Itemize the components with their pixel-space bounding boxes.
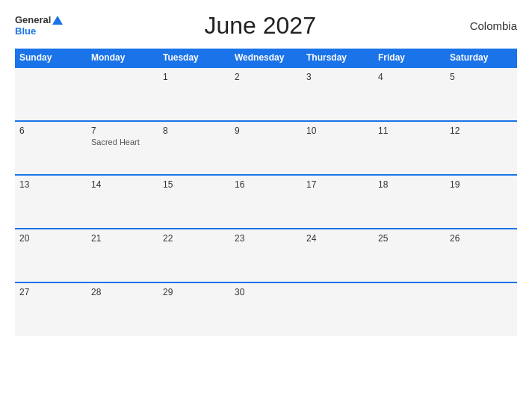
table-row: 20 — [15, 229, 87, 282]
table-row: 30 — [230, 282, 302, 336]
table-row: 2 — [230, 67, 302, 121]
header-friday: Friday — [374, 49, 445, 67]
table-row — [374, 282, 445, 336]
day-number: 10 — [306, 126, 369, 136]
day-number: 23 — [235, 233, 297, 244]
weekday-header-row: Sunday Monday Tuesday Wednesday Thursday… — [15, 49, 517, 67]
day-number: 27 — [19, 287, 82, 297]
day-number: 25 — [378, 233, 441, 244]
calendar-table: Sunday Monday Tuesday Wednesday Thursday… — [15, 49, 517, 336]
table-row — [445, 282, 517, 336]
day-number: 12 — [450, 126, 513, 136]
day-number: 16 — [235, 179, 297, 190]
header-saturday: Saturday — [445, 49, 517, 67]
calendar-week-row: 12345 — [15, 67, 517, 121]
day-number: 20 — [19, 233, 82, 244]
table-row: 16 — [230, 175, 302, 229]
table-row: 27 — [15, 282, 87, 336]
table-row: 3 — [302, 67, 374, 121]
day-number: 11 — [378, 126, 441, 136]
day-number: 14 — [91, 179, 154, 190]
day-number: 28 — [91, 287, 154, 297]
header-monday: Monday — [87, 49, 158, 67]
calendar-week-row: 20212223242526 — [15, 229, 517, 282]
logo: General Blue — [15, 15, 63, 37]
day-number: 3 — [306, 72, 369, 82]
day-number: 29 — [163, 287, 226, 297]
day-number: 1 — [163, 72, 226, 82]
table-row: 24 — [302, 229, 374, 282]
day-number: 15 — [163, 179, 226, 190]
table-row: 22 — [158, 229, 230, 282]
calendar-week-row: 67Sacred Heart89101112 — [15, 121, 517, 175]
event-label: Sacred Heart — [91, 137, 154, 146]
calendar-title: June 2027 — [63, 12, 457, 40]
table-row: 29 — [158, 282, 230, 336]
table-row: 21 — [87, 229, 158, 282]
day-number: 17 — [306, 179, 369, 190]
day-number: 22 — [163, 233, 226, 244]
calendar-header: General Blue June 2027 Colombia — [15, 12, 517, 40]
day-number: 19 — [450, 179, 513, 190]
table-row: 10 — [302, 121, 374, 175]
table-row — [302, 282, 374, 336]
day-number: 6 — [19, 126, 82, 136]
table-row: 12 — [445, 121, 517, 175]
table-row: 13 — [15, 175, 87, 229]
table-row: 8 — [158, 121, 230, 175]
table-row: 5 — [445, 67, 517, 121]
table-row: 4 — [374, 67, 445, 121]
header-thursday: Thursday — [302, 49, 374, 67]
logo-triangle-icon — [52, 16, 63, 25]
table-row — [15, 67, 87, 121]
logo-blue-text: Blue — [15, 26, 36, 37]
header-tuesday: Tuesday — [158, 49, 230, 67]
day-number: 5 — [450, 72, 513, 82]
calendar-week-row: 27282930 — [15, 282, 517, 336]
table-row: 18 — [374, 175, 445, 229]
header-sunday: Sunday — [15, 49, 87, 67]
table-row: 26 — [445, 229, 517, 282]
table-row: 17 — [302, 175, 374, 229]
logo-general-text: General — [15, 15, 51, 25]
table-row: 9 — [230, 121, 302, 175]
table-row: 14 — [87, 175, 158, 229]
calendar-container: General Blue June 2027 Colombia Sunday M… — [0, 0, 532, 411]
table-row: 25 — [374, 229, 445, 282]
day-number: 21 — [91, 233, 154, 244]
table-row: 28 — [87, 282, 158, 336]
table-row: 1 — [158, 67, 230, 121]
table-row — [87, 67, 158, 121]
table-row: 15 — [158, 175, 230, 229]
country-label: Colombia — [457, 19, 517, 32]
day-number: 7 — [91, 126, 154, 136]
table-row: 19 — [445, 175, 517, 229]
day-number: 9 — [235, 126, 297, 136]
day-number: 8 — [163, 126, 226, 136]
day-number: 24 — [306, 233, 369, 244]
day-number: 30 — [235, 287, 297, 297]
table-row: 6 — [15, 121, 87, 175]
table-row: 11 — [374, 121, 445, 175]
day-number: 4 — [378, 72, 441, 82]
day-number: 18 — [378, 179, 441, 190]
day-number: 26 — [450, 233, 513, 244]
header-wednesday: Wednesday — [230, 49, 302, 67]
day-number: 13 — [19, 179, 82, 190]
day-number: 2 — [235, 72, 297, 82]
calendar-week-row: 13141516171819 — [15, 175, 517, 229]
table-row: 23 — [230, 229, 302, 282]
table-row: 7Sacred Heart — [87, 121, 158, 175]
